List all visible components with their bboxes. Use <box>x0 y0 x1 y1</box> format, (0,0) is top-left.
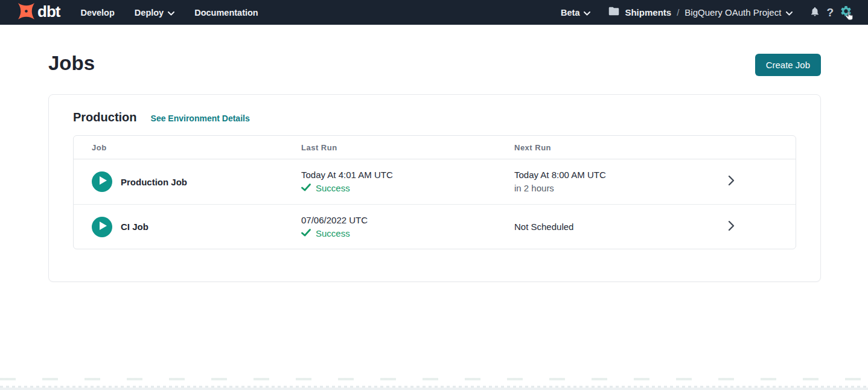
dbt-logo[interactable]: dbt <box>16 2 60 23</box>
nav-links: Develop Deploy Documentation <box>80 8 258 18</box>
jobs-page: dbt Develop Deploy Documentation Beta <box>0 0 868 390</box>
dbt-logo-text: dbt <box>37 4 60 21</box>
column-header-job: Job <box>74 143 301 152</box>
environment-card: Production See Environment Details Job L… <box>48 94 821 282</box>
help-button[interactable]: ? <box>826 6 834 19</box>
project-breadcrumb[interactable]: Shipments / BigQuery OAuth Project <box>608 7 793 18</box>
nav-item-label: Develop <box>80 8 114 18</box>
bottom-dashed-texture <box>0 378 868 380</box>
check-icon <box>301 228 311 240</box>
next-run-cell: Not Scheduled <box>514 221 666 233</box>
run-job-button[interactable] <box>92 171 112 192</box>
page-title: Jobs <box>48 51 95 75</box>
play-icon <box>92 216 112 238</box>
account-name: Shipments <box>625 7 671 18</box>
play-icon <box>92 170 112 193</box>
chevron-right-icon <box>728 220 735 234</box>
next-run-time: Today At 8:00 AM UTC <box>514 169 666 181</box>
see-environment-details-link[interactable]: See Environment Details <box>151 113 250 123</box>
next-run-time: Not Scheduled <box>514 221 666 233</box>
next-run-cell: Today At 8:00 AM UTC in 2 hours <box>514 169 666 194</box>
nav-item-deploy[interactable]: Deploy <box>135 8 174 18</box>
chevron-down-icon <box>786 7 793 18</box>
chevron-down-icon <box>168 8 174 18</box>
folder-icon <box>608 7 619 18</box>
navbar-right: Beta Shipments / BigQuery OAuth Project <box>561 5 852 20</box>
nav-item-develop[interactable]: Develop <box>80 8 114 18</box>
last-run-cell: Today At 4:01 AM UTC Success <box>301 169 514 194</box>
check-icon <box>301 182 311 194</box>
job-name: Production Job <box>121 177 187 187</box>
row-open-chevron[interactable] <box>666 175 796 188</box>
settings-button[interactable] <box>840 5 852 20</box>
next-run-note: in 2 hours <box>514 182 666 194</box>
mouse-cursor-pointer <box>844 11 854 24</box>
chevron-down-icon <box>584 8 590 18</box>
column-header-next-run: Next Run <box>514 143 666 152</box>
jobs-table-header: Job Last Run Next Run <box>74 136 796 159</box>
bottom-edge-bar <box>0 388 868 390</box>
last-run-time: 07/06/2022 UTC <box>301 214 514 226</box>
table-row-ci-job[interactable]: CI Job 07/06/2022 UTC Success Not Schedu… <box>74 204 796 249</box>
run-job-button[interactable] <box>92 217 112 237</box>
notifications-button[interactable] <box>809 5 820 20</box>
beta-dropdown[interactable]: Beta <box>561 8 590 18</box>
job-cell: Production Job <box>74 171 301 192</box>
job-cell: CI Job <box>74 217 301 237</box>
breadcrumb-separator: / <box>677 7 679 18</box>
help-icon: ? <box>826 6 834 19</box>
nav-item-label: Deploy <box>135 8 164 18</box>
dbt-logo-icon <box>16 2 36 23</box>
nav-item-documentation[interactable]: Documentation <box>194 8 258 18</box>
jobs-table: Job Last Run Next Run Production Job Tod… <box>73 135 796 249</box>
status-badge: Success <box>316 182 350 194</box>
column-header-last-run: Last Run <box>301 143 514 152</box>
bell-icon <box>809 5 820 20</box>
project-name: BigQuery OAuth Project <box>685 7 781 18</box>
top-navbar: dbt Develop Deploy Documentation Beta <box>0 0 868 25</box>
environment-header: Production See Environment Details <box>49 95 820 124</box>
chevron-right-icon <box>728 175 735 188</box>
last-run-cell: 07/06/2022 UTC Success <box>301 214 514 240</box>
status-badge: Success <box>316 228 350 240</box>
last-run-time: Today At 4:01 AM UTC <box>301 169 514 181</box>
nav-item-label: Documentation <box>194 8 258 18</box>
job-name: CI Job <box>121 222 148 232</box>
row-open-chevron[interactable] <box>666 220 796 234</box>
environment-name: Production <box>73 110 137 124</box>
create-job-button[interactable]: Create Job <box>755 54 821 76</box>
table-row-production-job[interactable]: Production Job Today At 4:01 AM UTC Succ… <box>74 159 796 204</box>
beta-label: Beta <box>561 8 579 18</box>
